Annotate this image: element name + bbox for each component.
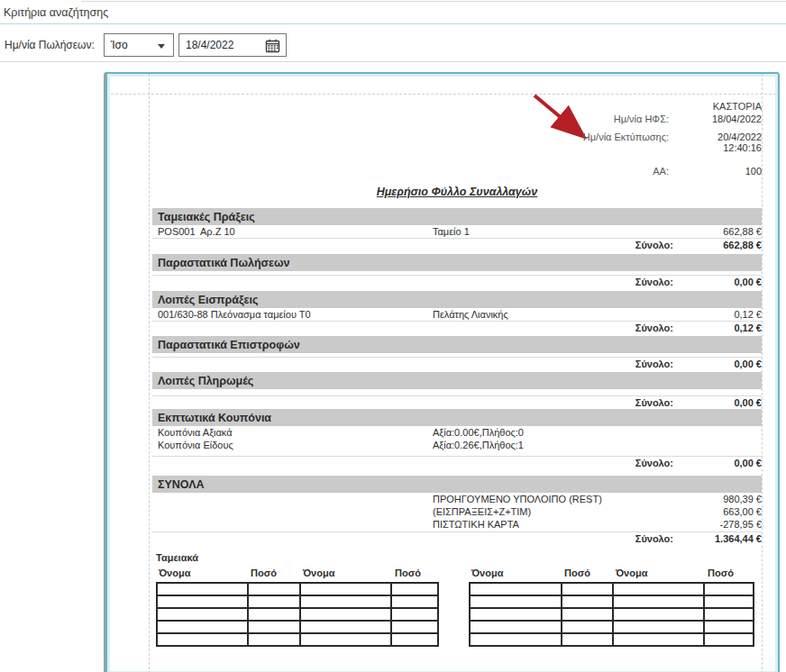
table-row (470, 595, 754, 608)
col-header-name: Όνομα (300, 568, 392, 579)
customer-name: Πελάτης Λιανικής (433, 309, 734, 321)
hfs-date-row: Ημ/νία ΗΦΣ: 18/04/2022 (152, 114, 762, 125)
section-header: Λοιπές Πληρωμές (152, 372, 762, 389)
cash-table-header: Όνομα Ποσό Όνομα Ποσό (156, 568, 439, 579)
total-value: 0,00 € (681, 458, 762, 469)
section-header: ΣΥΝΟΛΑ (152, 476, 762, 493)
margin-guide-right (762, 74, 763, 672)
print-time-value: 12:40:16 (676, 142, 762, 153)
aa-value: 100 (676, 166, 762, 177)
row-amount: 980,39 € (723, 494, 762, 505)
sales-date-label: Ημ/νία Πωλήσεων: (5, 39, 95, 51)
print-date-row: Ημ/νία Εκτύπωσης: 20/4/2022 12:40:16 (152, 132, 762, 153)
coupon-detail: Αξία:0.00€,Πλήθος:0 (433, 427, 762, 439)
table-row (470, 583, 754, 595)
table-row (470, 633, 754, 646)
criteria-bottom-divider (0, 61, 786, 62)
hfs-date-value: 18/04/2022 (676, 114, 762, 125)
section-header: Παραστατικά Πωλήσεων (152, 254, 762, 271)
section-header: Ταμειακές Πράξεις (152, 208, 762, 225)
row-amount: -278,95 € (720, 519, 762, 531)
window-top-divider (81, 1, 786, 2)
section-header: Παραστατικά Επιστροφών (152, 336, 762, 353)
section-row: Κουπόνια Είδους Αξία:0.26€,Πλήθος:1 (152, 440, 762, 451)
criteria-panel-title: Κριτήρια αναζήτησης (4, 6, 108, 19)
col-header-amount: Ποσό (392, 568, 439, 579)
total-value: 0,00 € (681, 277, 762, 288)
z-number: Αρ.Ζ 10 (200, 226, 235, 237)
total-value: 0,00 € (681, 359, 762, 370)
cash-table-right: Όνομα Ποσό Όνομα Ποσό (469, 568, 754, 647)
margin-guide-left (149, 74, 150, 672)
col-header-amount: Ποσό (705, 568, 754, 579)
total-value: 662,88 € (681, 240, 762, 251)
row-amount: 663,00 € (723, 506, 762, 518)
section-header: Εκπτωτικά Κουπόνια (152, 409, 762, 426)
table-row (470, 608, 754, 621)
print-date-value: 20/4/2022 (676, 132, 762, 142)
section-row: POS001Αρ.Ζ 10 Ταμείο 1 662,88 € (152, 226, 762, 238)
total-label: Σύνολο: (635, 533, 673, 545)
aa-label: ΑΑ: (152, 166, 669, 177)
section-total-row: Σύνολο: 0,00 € (152, 275, 762, 288)
col-header-amount: Ποσό (562, 568, 613, 579)
total-label: Σύνολο: (635, 322, 673, 334)
calendar-icon[interactable] (265, 39, 280, 56)
col-header-name: Όνομα (469, 568, 562, 579)
section-row: ΠΡΟΗΓΟΥΜΕΝΟ ΥΠΟΛΟΙΠΟ (REST) 980,39 € (152, 494, 762, 505)
print-date-label: Ημ/νία Εκτύπωσης: (152, 132, 669, 153)
section-row: ΠΙΣΤΩΤΙΚΗ ΚΑΡΤΑ -278,95 € (152, 519, 762, 531)
section-total-row: Σύνολο: 0,00 € (152, 456, 762, 469)
section-total-row: Σύνολο: 0,00 € (152, 395, 762, 409)
section-row: Κουπόνια Αξιακά Αξία:0.00€,Πλήθος:0 (152, 427, 762, 439)
table-row (157, 595, 438, 608)
coupon-type: Κουπόνια Αξιακά (158, 427, 433, 439)
total-label: Σύνολο: (635, 458, 673, 469)
operator-selected-value: Ίσο (111, 39, 128, 51)
table-row (470, 621, 754, 633)
criteria-title-underline (0, 23, 786, 24)
section-discount-coupons: Εκπτωτικά Κουπόνια Κουπόνια Αξιακά Αξία:… (152, 409, 762, 469)
row-amount: 0,12 € (734, 309, 762, 321)
section-other-receipts: Λοιπές Εισπράξεις 001/630-88 Πλεόνασμα τ… (152, 291, 762, 334)
total-label: Σύνολο: (635, 277, 673, 288)
col-header-name: Όνομα (156, 568, 248, 579)
coupon-type: Κουπόνια Είδους (158, 440, 433, 451)
pos-code: POS001 (158, 226, 200, 238)
coupon-detail: Αξία:0.26€,Πλήθος:1 (433, 440, 762, 451)
app-window: Κριτήρια αναζήτησης Ημ/νία Πωλήσεων: Ίσο… (0, 0, 786, 672)
col-header-name: Όνομα (613, 568, 705, 579)
report-preview-page: ΚΑΣΤΟΡΙΑ Ημ/νία ΗΦΣ: 18/04/2022 Ημ/νία Ε… (105, 72, 780, 672)
cash-grid (156, 582, 439, 647)
sales-date-input[interactable]: 18/4/2022 (178, 33, 287, 57)
totals-line-label: (ΕΙΣΠΡΑΞΕΙΣ+Ζ+ΤΙΜ) (433, 506, 723, 518)
row-amount: 662,88 € (723, 226, 762, 238)
section-row: (ΕΙΣΠΡΑΞΕΙΣ+Ζ+ΤΙΜ) 663,00 € (152, 506, 762, 518)
cash-table-left: Όνομα Ποσό Όνομα Ποσό (156, 568, 439, 647)
section-row: 001/630-88 Πλεόνασμα ταμείου Τ0 Πελάτης … (152, 309, 762, 321)
margin-guide-top (111, 94, 776, 95)
chevron-down-icon (158, 44, 165, 49)
grand-total-value: 1.364,44 € (681, 533, 762, 545)
section-return-documents: Παραστατικά Επιστροφών Σύνολο: 0,00 € (152, 336, 762, 370)
store-name: ΚΑΣΤΟΡΙΑ (152, 101, 762, 113)
table-row (157, 621, 438, 633)
cash-tables: Όνομα Ποσό Όνομα Ποσό (152, 568, 762, 647)
hfs-date-label: Ημ/νία ΗΦΣ: (152, 114, 669, 125)
totals-line-label: ΠΙΣΤΩΤΙΚΗ ΚΑΡΤΑ (433, 519, 720, 531)
total-label: Σύνολο: (635, 359, 673, 370)
section-grand-totals: ΣΥΝΟΛΑ ΠΡΟΗΓΟΥΜΕΝΟ ΥΠΟΛΟΙΠΟ (REST) 980,3… (152, 476, 762, 545)
table-row (157, 633, 438, 646)
section-sales-documents: Παραστατικά Πωλήσεων Σύνολο: 0,00 € (152, 254, 762, 288)
total-label: Σύνολο: (635, 397, 673, 409)
section-total-row: Σύνολο: 0,00 € (152, 357, 762, 370)
operator-dropdown[interactable]: Ίσο (104, 33, 174, 57)
cash-grid (469, 582, 754, 647)
report-title: Ημερήσιο Φύλλο Συναλλαγών (152, 186, 762, 198)
grand-total-row: Σύνολο: 1.364,44 € (152, 531, 762, 545)
total-value: 0,00 € (681, 397, 762, 409)
section-other-payments: Λοιπές Πληρωμές Σύνολο: 0,00 € (152, 372, 762, 409)
total-value: 0,12 € (681, 322, 762, 334)
cash-table-header: Όνομα Ποσό Όνομα Ποσό (469, 568, 754, 579)
aa-row: ΑΑ: 100 (152, 166, 762, 177)
